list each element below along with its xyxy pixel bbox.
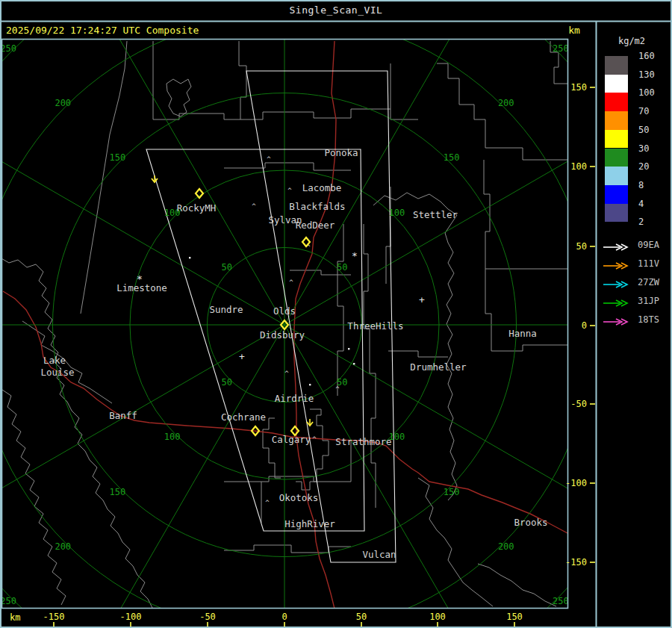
coverage-polygon-east — [246, 71, 396, 562]
town-label-sundre: Sundre — [209, 304, 243, 315]
range-ring-grid — [0, 0, 672, 628]
scale-block-20 — [605, 167, 628, 185]
scale-boundary-label: 100 — [638, 87, 655, 98]
town-label-vulcan: Vulcan — [362, 549, 396, 560]
caret-marker: ^ — [335, 385, 340, 393]
diamond-site-marker — [196, 189, 203, 198]
station-row-111V: 111V — [603, 259, 631, 270]
station-row-09EA: 09EA — [603, 240, 631, 251]
dot-marker — [189, 257, 190, 258]
right-axis-label: 0 — [582, 320, 587, 331]
town-label-olds: Olds — [273, 305, 296, 317]
town-label-drumheller: Drumheller — [410, 361, 467, 373]
scale-block-4 — [605, 204, 628, 223]
bottom-axis-label: 50 — [356, 612, 367, 622]
scale-block-100 — [605, 93, 628, 111]
ring-label-250: 250 — [553, 43, 569, 54]
town-label-calgary: Calgary — [272, 434, 311, 445]
caret-marker: ^ — [287, 187, 292, 194]
station-arrow-icon — [603, 299, 631, 308]
town-label-banff: Banff — [109, 410, 137, 421]
ring-label-100: 100 — [164, 432, 181, 442]
caret-marker: ^ — [312, 435, 317, 443]
town-label-strathmore: Strathmore — [335, 436, 391, 447]
station-arrow-icon — [603, 280, 631, 289]
radial-30 — [284, 0, 508, 325]
caret-marker: ^ — [289, 279, 293, 286]
radar-app-window: 5050505010010010010015015015015020020020… — [0, 0, 672, 628]
scale-block-8 — [605, 185, 628, 204]
caret-marker: ^ — [265, 499, 270, 506]
right-axis-label: 100 — [570, 161, 587, 172]
town-label-lacombe: Lacombe — [302, 182, 342, 193]
ring-label-250: 250 — [0, 596, 16, 606]
scale-boundary-label: 4 — [638, 199, 644, 209]
radar-map-canvas: 5050505010010010010015015015015020020020… — [0, 0, 672, 628]
caret-marker: ^ — [267, 155, 271, 163]
scale-boundary-label: 70 — [638, 106, 649, 116]
plus-marker: + — [239, 351, 245, 362]
dot-marker — [348, 348, 349, 349]
dot-marker — [309, 384, 311, 385]
town-label-blackfalds: Blackfalds — [289, 201, 345, 212]
bottom-axis-label: 0 — [281, 612, 287, 622]
town-label-okotoks: Okotoks — [279, 492, 319, 503]
scale-block-160 — [605, 56, 628, 75]
town-label-airdrie: Airdrie — [275, 393, 314, 404]
window-frame — [0, 1, 672, 628]
station-arrow-icon — [603, 261, 631, 270]
town-label-reddeer: RedDeer — [296, 220, 335, 231]
station-row-31JP: 31JP — [603, 296, 631, 307]
bottom-axis: km-150-100-50050100150 — [10, 612, 523, 627]
station-label: 18TS — [638, 315, 659, 324]
town-label-hanna: Hanna — [508, 328, 537, 339]
station-arrow-icon — [603, 243, 631, 252]
station-row-27ZW: 27ZW — [603, 278, 631, 288]
scale-boundary-label: 130 — [638, 69, 655, 80]
right-axis-label: -50 — [570, 399, 587, 409]
station-label: 111V — [638, 259, 659, 268]
ring-label-150: 150 — [110, 487, 126, 497]
caret-marker: ^ — [252, 202, 256, 210]
dot-marker — [353, 363, 355, 364]
scale-block-50 — [605, 130, 628, 149]
ring-label-150: 150 — [444, 152, 460, 163]
window-title: Single_Scan_VIL — [0, 4, 672, 16]
bottom-axis-label: -100 — [120, 612, 142, 622]
radial-330 — [60, 0, 284, 325]
station-label: 27ZW — [638, 278, 659, 287]
range-ring-250 — [0, 0, 671, 628]
station-row-18TS: 18TS — [603, 315, 631, 326]
star-marker: * — [352, 250, 358, 261]
bottom-axis-label: -150 — [43, 612, 65, 622]
right-axis-label: 50 — [576, 241, 587, 252]
town-label-limestone: Limestone — [116, 282, 167, 293]
radar-coverage-polygons — [146, 71, 396, 562]
town-label-threehills: ThreeHills — [347, 320, 403, 332]
town-label-highriver: HighRiver — [284, 518, 335, 529]
station-label: 31JP — [638, 296, 659, 305]
station-arrow-icon — [603, 317, 631, 326]
scale-boundary-label: 8 — [638, 180, 644, 190]
town-label-cochrane: Cochrane — [221, 411, 266, 423]
caret-marker: ^ — [284, 370, 289, 377]
town-label-didsbury: Didsbury — [260, 329, 305, 341]
right-axis-label: -100 — [565, 478, 587, 488]
ring-label-100: 100 — [389, 208, 405, 218]
bottom-axis-label: 100 — [429, 612, 446, 622]
town-label-brooks: Brooks — [514, 517, 547, 528]
ring-label-50: 50 — [222, 262, 232, 273]
legend-panel: kg/m2 16013010070503020842 09EA111V27ZW3… — [597, 21, 672, 628]
right-axis-label: -150 — [565, 557, 587, 568]
scale-block-130 — [605, 75, 628, 93]
town-label-louise: Louise — [40, 367, 74, 378]
ring-label-150: 150 — [444, 487, 460, 497]
radial-210 — [60, 325, 284, 628]
ring-label-150: 150 — [110, 152, 126, 163]
scale-block-70 — [605, 111, 628, 130]
town-label-stettler: Stettler — [413, 209, 458, 220]
town-label-rockymh: RockyMH — [177, 202, 217, 214]
town-label-ponoka: Ponoka — [324, 147, 358, 158]
scale-boundary-label: 2 — [638, 217, 644, 227]
radial-150 — [284, 325, 508, 628]
